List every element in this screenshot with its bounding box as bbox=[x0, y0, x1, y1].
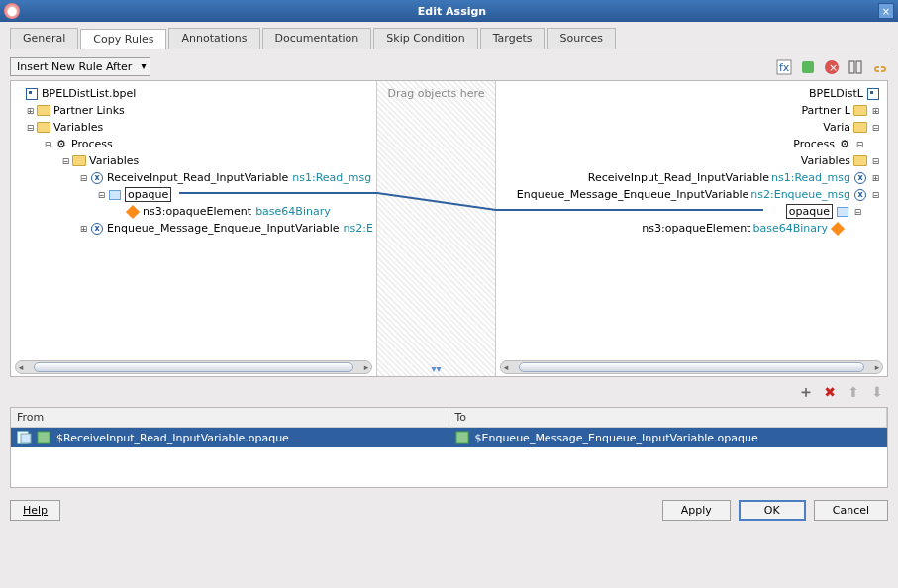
tree-process[interactable]: Process bbox=[793, 138, 835, 150]
from-expression: $ReceiveInput_Read_InputVariable.opaque bbox=[56, 432, 289, 444]
tree-variables[interactable]: Variables bbox=[53, 121, 103, 134]
folder-icon bbox=[852, 154, 868, 168]
folder-icon bbox=[71, 154, 87, 168]
folder-icon bbox=[852, 104, 868, 118]
svg-rect-9 bbox=[38, 432, 50, 443]
hscrollbar[interactable]: ◂▸ bbox=[500, 360, 883, 374]
type-link[interactable]: ns1:Read_msg bbox=[292, 171, 371, 184]
message-icon bbox=[835, 205, 850, 219]
twisty-icon[interactable]: ⊟ bbox=[25, 123, 36, 133]
variable-icon: x bbox=[89, 171, 105, 185]
insert-rule-dropdown[interactable]: Insert New Rule After bbox=[10, 57, 150, 76]
struct-icon bbox=[24, 87, 40, 101]
struct-icon bbox=[865, 87, 881, 101]
tab-general[interactable]: General bbox=[10, 28, 78, 49]
drop-hint: Drag objects here bbox=[387, 87, 484, 100]
source-tree-panel: BPELDistList.bpel ⊞Partner Links ⊟Variab… bbox=[11, 81, 377, 376]
twisty-icon[interactable]: ⊟ bbox=[870, 190, 881, 200]
column-icon[interactable] bbox=[847, 58, 864, 76]
tree-opaque-elem[interactable]: ns3:opaqueElement bbox=[143, 205, 251, 218]
table-row[interactable]: $ReceiveInput_Read_InputVariable.opaque … bbox=[11, 428, 887, 447]
twisty-icon[interactable]: ⊟ bbox=[870, 123, 881, 133]
tree-enqueue-var[interactable]: Enqueue_Message_Enqueue_InputVariable bbox=[107, 222, 340, 235]
link-icon[interactable] bbox=[870, 58, 888, 76]
tree-receive-var[interactable]: ReceiveInput_Read_InputVariable bbox=[107, 171, 288, 184]
svg-rect-8 bbox=[21, 434, 31, 443]
apply-button[interactable]: Apply bbox=[662, 500, 731, 521]
type-link[interactable]: ns1:Read_msg bbox=[771, 171, 850, 184]
type-link[interactable]: base64Binary bbox=[255, 205, 331, 218]
folder-icon bbox=[852, 121, 868, 135]
twisty-icon[interactable]: ⊞ bbox=[78, 224, 89, 234]
window-close-button[interactable]: × bbox=[878, 3, 894, 19]
svg-text:×: × bbox=[829, 61, 838, 74]
folder-icon bbox=[36, 121, 51, 135]
cancel-button[interactable]: Cancel bbox=[814, 500, 888, 521]
tree-root[interactable]: BPELDistList.bpel bbox=[42, 87, 136, 100]
tab-copy-rules[interactable]: Copy Rules bbox=[80, 29, 166, 49]
svg-rect-10 bbox=[456, 432, 468, 443]
col-from-header[interactable]: From bbox=[11, 408, 449, 427]
folder-icon bbox=[36, 104, 51, 118]
target-tree-panel: BPELDistL Partner L⊞ Varia⊟ Process⚙⊟ Va… bbox=[496, 81, 887, 376]
chevron-down-icon: ▾▾ bbox=[377, 363, 495, 374]
twisty-icon[interactable]: ⊞ bbox=[25, 106, 36, 116]
tree-process[interactable]: Process bbox=[71, 138, 113, 150]
twisty-icon[interactable]: ⊟ bbox=[854, 140, 865, 149]
type-link[interactable]: ns2:Enqueue_msg bbox=[750, 188, 850, 201]
to-expression: $Enqueue_Message_Enqueue_InputVariable.o… bbox=[475, 432, 758, 444]
tree-partner-links[interactable]: Partner Links bbox=[53, 104, 125, 117]
app-icon: ⬤ bbox=[4, 3, 20, 19]
hscrollbar[interactable]: ◂▸ bbox=[15, 360, 372, 374]
tree-receive-var[interactable]: ReceiveInput_Read_InputVariable bbox=[588, 171, 769, 184]
tree-variables-inner[interactable]: Variables bbox=[89, 154, 139, 167]
tab-bar: General Copy Rules Annotations Documenta… bbox=[10, 28, 888, 49]
tree-opaque[interactable]: opaque bbox=[125, 187, 171, 202]
tree-variables[interactable]: Varia bbox=[823, 121, 850, 134]
type-link[interactable]: ns2:E bbox=[344, 222, 373, 235]
rule-toolbar: ＋ ✖ ⬆ ⬇ bbox=[10, 377, 888, 407]
svg-text:fx: fx bbox=[779, 61, 790, 74]
twisty-icon[interactable]: ⊟ bbox=[43, 140, 53, 149]
move-up-button[interactable]: ⬆ bbox=[845, 383, 862, 401]
ok-button[interactable]: OK bbox=[739, 500, 806, 521]
error-red-icon[interactable]: × bbox=[823, 58, 841, 76]
gear-icon: ⚙ bbox=[837, 138, 852, 151]
type-link[interactable]: base64Binary bbox=[752, 222, 828, 235]
tab-targets[interactable]: Targets bbox=[480, 28, 546, 49]
variable-icon bbox=[455, 431, 471, 444]
variable-icon: x bbox=[89, 222, 105, 236]
tree-enqueue-var[interactable]: Enqueue_Message_Enqueue_InputVariable bbox=[517, 188, 749, 201]
twisty-icon[interactable]: ⊟ bbox=[870, 156, 881, 166]
twisty-icon[interactable]: ⊟ bbox=[96, 190, 107, 200]
tree-variables-inner[interactable]: Variables bbox=[801, 154, 850, 167]
svg-rect-5 bbox=[849, 61, 854, 73]
mapper-panels: BPELDistList.bpel ⊞Partner Links ⊟Variab… bbox=[10, 80, 888, 377]
twisty-icon[interactable]: ⊟ bbox=[60, 156, 71, 166]
twisty-icon[interactable]: ⊟ bbox=[852, 207, 863, 217]
drop-zone[interactable]: Drag objects here ▾▾ bbox=[377, 81, 496, 376]
tab-documentation[interactable]: Documentation bbox=[262, 28, 372, 49]
dropdown-label: Insert New Rule After bbox=[17, 60, 132, 73]
help-button[interactable]: Help bbox=[10, 500, 60, 521]
message-icon bbox=[107, 188, 123, 202]
twisty-icon[interactable]: ⊟ bbox=[78, 173, 89, 183]
add-rule-button[interactable]: ＋ bbox=[797, 383, 815, 401]
copy-icon bbox=[17, 431, 33, 444]
tab-sources[interactable]: Sources bbox=[547, 28, 616, 49]
puzzle-green-icon[interactable] bbox=[799, 58, 817, 76]
tab-skip-condition[interactable]: Skip Condition bbox=[373, 28, 477, 49]
twisty-icon[interactable]: ⊞ bbox=[870, 173, 881, 183]
fx-icon[interactable]: fx bbox=[775, 58, 793, 76]
move-down-button[interactable]: ⬇ bbox=[868, 383, 886, 401]
col-to-header[interactable]: To bbox=[449, 408, 888, 427]
tree-opaque-elem[interactable]: ns3:opaqueElement bbox=[642, 222, 750, 235]
window-title: Edit Assign bbox=[26, 5, 878, 18]
tree-root[interactable]: BPELDistL bbox=[809, 87, 863, 100]
tab-annotations[interactable]: Annotations bbox=[168, 28, 259, 49]
delete-rule-button[interactable]: ✖ bbox=[821, 383, 839, 401]
tree-opaque[interactable]: opaque bbox=[786, 204, 833, 219]
tree-partner-links[interactable]: Partner L bbox=[801, 104, 850, 117]
twisty-icon[interactable]: ⊞ bbox=[870, 106, 881, 116]
element-icon bbox=[125, 205, 141, 219]
